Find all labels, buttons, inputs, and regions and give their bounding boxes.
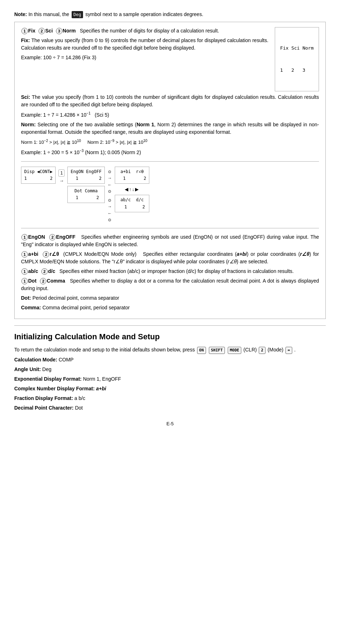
arrows-top: ⊙ → ← ⊙ [108,168,112,194]
aplusbi-text4: ) are selected. [237,259,268,264]
fsn-intro-text: Specifies the number of digits for displ… [80,28,219,34]
sci-text: Sci: The value you specify (from 1 to 10… [21,93,319,108]
note-text1: In this manual, the [29,11,71,17]
key-mode: MODE [228,347,242,354]
fix-example: Example: 100 ÷ 7 = 14.286 (Fix 3) [21,54,319,61]
exp-label: Exponential Display Format: [14,376,82,382]
norm-text: Norm: Selecting one of the two available… [21,121,319,136]
mid-arrows-col: ⊙ → ← ⊙ ⊙ → ← ⊙ [108,167,112,223]
key-abc-1: 1 [21,268,28,275]
calc-mode-line: Calculation Mode: COMP [14,356,326,364]
complex-line: Complex Number Display Format: a+bi [14,385,326,392]
complex-val: a+bi [96,386,106,391]
dc-label: d/c [48,268,55,274]
key-dc-2: 2 [41,268,48,275]
dot-detail-text: Period decimal point, comma separator [32,295,119,301]
page-footer: E-5 [14,420,326,427]
divider-1 [21,161,319,162]
norm-content: Selecting one of the two available setti… [37,122,136,127]
key-on: ON [197,347,206,354]
disp-box: Disp ◀CONT▶1 2 [21,167,56,184]
aplusbi-text1: (CMPLX Mode/EQN Mode only) Specifies eit… [63,251,237,257]
right-col: a+bi r∠θ 1 2 ◀↑↓▶ ab/c d/c 1 2 [115,167,149,212]
note-paragraph: Note: In this manual, the Deg symbol nex… [14,11,326,18]
circle-right-top: ⊙ [108,169,111,175]
divider-2 [21,228,319,228]
engoff-label: EngOFF [56,234,75,240]
comma-detail-text: Comma decimal point, period separator [42,305,130,310]
key-engon-1: 1 [21,234,28,240]
calc-mode-label: Calculation Mode: [14,357,57,362]
init-intro: To return the calculation mode and setup… [14,347,196,353]
key-2-init: 2 [259,347,266,354]
exp-line: Exponential Display Format: Norm 1, EngO… [14,375,326,383]
deg-badge: Deg [72,11,83,18]
page-container: Note: In this manual, the Deg symbol nex… [14,11,326,427]
mode-text: (Mode) [268,347,283,353]
init-heading: Initializing Calculation Mode and Setup [14,325,326,343]
arrows-bot: ⊙ → ← ⊙ [108,197,112,223]
fraction-val: a b/c [74,395,85,401]
middle-col: EngON EngOFF 1 2 Dot Comma 1 2 [67,167,105,203]
angle-label: Angle Unit: [14,366,41,372]
fix-sci-norm-intro: 1Fix 2Sci 3Norm Specifies the number of … [21,27,319,35]
norm-label-head: Norm [63,28,76,34]
fsn-line1: Fix Sci Norm [280,45,314,52]
circle-right-bot: ⊙ [108,217,111,223]
dot-paragraph: 1Dot 2Comma Specifies whether to display… [21,277,319,292]
fsn-line2: 1 2 3 [280,67,314,74]
angle-line: Angle Unit: Deg [14,366,326,373]
page-number: E-5 [166,421,174,426]
key-equals: = [285,347,292,354]
fix-sci-norm-display-box: Fix Sci Norm 1 2 3 [275,27,319,91]
aplusbi-italic1: a+bi [237,251,247,257]
period: . [294,347,296,353]
abc-label: ab/c [28,268,38,274]
circle-left-top: ⊙ [108,188,111,194]
arr-left-2: ← [108,182,112,188]
sci-content: The value you specify (from 1 to 10) con… [21,94,319,107]
comma-label: Comma [47,278,65,284]
abc-box-diag: ab/c d/c 1 2 [115,195,149,212]
circle-left-bot: ⊙ [108,197,111,203]
dot-bold: Dot: [21,295,31,301]
decimal-val: Dot [75,405,83,411]
arrow-right-1: → [59,177,64,184]
rtheta-italic: r∠θ [300,251,309,257]
aplus-box: a+bi r∠θ 1 2 [115,167,149,184]
decimal-line: Decimal Point Character: Dot [14,404,326,412]
dot-comma-box-diag: Dot Comma 1 2 [67,186,105,203]
comma-detail: Comma: Comma decimal point, period separ… [21,304,319,311]
diagram-area: Disp ◀CONT▶1 2 1 → EngON EngOFF 1 2 Dot … [21,167,319,223]
note-label: Note: [14,11,27,17]
rtheta-italic2: r∠θ [228,259,237,264]
dot-detail: Dot: Period decimal point, comma separat… [21,294,319,302]
abc-text: Specifies either mixed fraction (ab/c) o… [60,268,294,274]
angle-val: Deg [42,366,52,372]
engon-label: EngON [28,234,45,240]
fix-content: The value you specify (from 0 to 9) cont… [21,37,268,51]
nav-arrows: ◀↑↓▶ [115,186,149,193]
disp-col: Disp ◀CONT▶1 2 [21,167,56,184]
rtheta-label: r∠θ [50,251,59,257]
sci-label-head: Sci [45,28,53,34]
engon-paragraph: 1EngON 2EngOFF Specifies whether enginee… [21,233,319,248]
arr-right-2: → [108,175,112,181]
fix-sci-norm-block: Fix Sci Norm 1 2 3 1Fix 2Sci 3Norm Speci… [21,27,319,91]
fraction-line: Fraction Display Format: a b/c [14,395,326,402]
dot-text: Specifies whether to display a dot or a … [21,278,319,291]
key-dot-1: 1 [21,278,28,284]
num1-col: 1 → [58,167,65,184]
fix-bold: Fix: [21,37,30,43]
decimal-label: Decimal Point Character: [14,405,74,411]
note-text2: symbol next to a sample operation indica… [86,11,204,17]
key-1: 1 [21,28,28,34]
sci-exp: −1 [87,111,91,115]
norm-example: Example: 1 ÷ 200 = 5 × 10−3 (Norm 1); 0.… [21,148,319,156]
main-content-section: Fix Sci Norm 1 2 3 1Fix 2Sci 3Norm Speci… [14,22,326,319]
arr-right-3: → [108,203,112,210]
aplusbi-label: a+bi [28,251,38,257]
num1-badge: 1 [58,169,65,177]
aplusbi-paragraph: 1a+bi 2r∠θ (CMPLX Mode/EQN Mode only) Sp… [21,250,319,265]
exp-val: Norm 1, EngOFF [83,376,121,382]
